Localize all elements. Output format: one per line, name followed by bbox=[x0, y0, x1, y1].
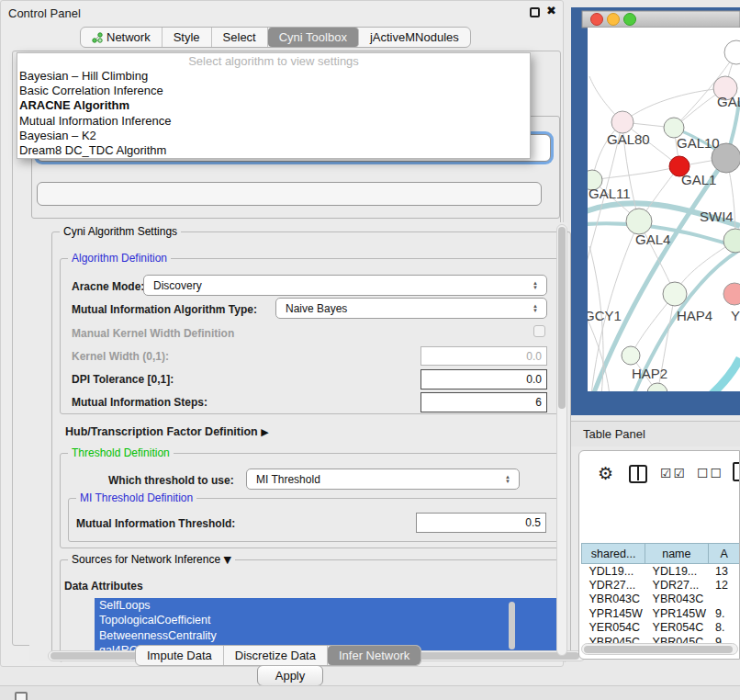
threshold-definition-legend: Threshold Definition bbox=[68, 446, 174, 459]
spinner-arrows-icon: ▲▼ bbox=[533, 304, 538, 313]
algorithm-option[interactable]: Bayesian – Hill Climbing bbox=[17, 69, 530, 84]
attribute-list-item[interactable]: BetweennessCentrality bbox=[95, 628, 563, 643]
table-horizontal-scrollbar[interactable] bbox=[581, 643, 738, 655]
node-label: HAP4 bbox=[677, 308, 712, 323]
mi-threshold-field[interactable]: 0.5 bbox=[416, 513, 546, 533]
node-label: GAL bbox=[717, 94, 740, 109]
apply-button[interactable]: Apply bbox=[257, 665, 323, 686]
which-threshold-combo[interactable]: MI Threshold ▲▼ bbox=[246, 469, 520, 490]
export-table-icon[interactable] bbox=[733, 462, 740, 481]
network-node-hap2[interactable] bbox=[622, 346, 640, 365]
table-cell[interactable]: 12 bbox=[708, 578, 740, 593]
spinner-arrows-icon: ▲▼ bbox=[505, 475, 510, 484]
table-row[interactable]: YDR27...YDR27...12 bbox=[582, 578, 740, 593]
which-threshold-value: MI Threshold bbox=[256, 473, 320, 486]
table-row[interactable]: YDL19...YDL19...13 bbox=[582, 564, 740, 579]
table-cell[interactable]: YPR145W bbox=[582, 606, 645, 621]
table-cell[interactable]: 9. bbox=[708, 606, 740, 621]
tab-jactivemnodules[interactable]: jActiveMNodules bbox=[359, 28, 470, 47]
settings-vscroll-thumb[interactable] bbox=[558, 227, 566, 409]
float-window-icon[interactable] bbox=[530, 7, 540, 17]
tab-cyni-toolbox[interactable]: Cyni Toolbox bbox=[268, 28, 359, 47]
traffic-light-buttons[interactable] bbox=[591, 14, 636, 26]
network-view-window[interactable]: GALGAL80GAL10GAL1GAL11GAL4SWI4GCY1HAP4YH… bbox=[571, 7, 740, 415]
node-table[interactable]: shared...nameA YDL19...YDL19...13YDR27..… bbox=[581, 543, 740, 644]
algorithm-dropdown-placeholder: Select algorithm to view settings bbox=[17, 53, 530, 69]
table-row[interactable]: YPR145WYPR145W9. bbox=[582, 606, 740, 621]
algorithm-option[interactable]: Dream8 DC_TDC Algorithm bbox=[17, 143, 530, 158]
node-label: GAL1 bbox=[681, 172, 716, 187]
tab-style[interactable]: Style bbox=[163, 28, 212, 47]
table-panel: ⚙ ☑☑ ☐☐ shared...nameA YDL19...YDL19...1… bbox=[578, 450, 740, 660]
network-node-gal4[interactable] bbox=[626, 209, 652, 234]
table-cell[interactable]: 13 bbox=[708, 564, 740, 579]
table-cell[interactable]: YER054C bbox=[645, 621, 708, 636]
table-row[interactable]: YER054CYER054C8. bbox=[582, 621, 740, 636]
network-selection-combo[interactable] bbox=[37, 182, 542, 206]
which-threshold-label: Which threshold to use: bbox=[108, 474, 234, 487]
mi-type-combo[interactable]: Naive Bayes ▲▼ bbox=[275, 298, 547, 319]
table-cell[interactable]: YDL19... bbox=[582, 564, 645, 579]
manual-kernel-label: Manual Kernel Width Definition bbox=[72, 327, 234, 340]
algorithm-definition-group: Algorithm Definition Aracne Mode: Discov… bbox=[60, 258, 566, 414]
network-node-hap4[interactable] bbox=[663, 282, 687, 306]
manual-kernel-checkbox[interactable] bbox=[533, 325, 545, 337]
tab-label: Select bbox=[223, 30, 256, 44]
data-attributes-label: Data Attributes bbox=[64, 580, 143, 593]
dpi-tolerance-field[interactable]: 0.0 bbox=[420, 369, 547, 390]
table-cell[interactable]: YBR043C bbox=[582, 593, 645, 607]
close-traffic-icon[interactable] bbox=[591, 14, 603, 26]
tab-infer-network[interactable]: Infer Network bbox=[328, 646, 420, 665]
network-window-titlebar[interactable] bbox=[582, 11, 740, 28]
zoom-traffic-icon[interactable] bbox=[624, 14, 636, 26]
columns-icon[interactable] bbox=[629, 465, 647, 483]
kernel-width-field[interactable]: 0.0 bbox=[420, 346, 547, 366]
table-header-row[interactable]: shared...nameA bbox=[582, 544, 740, 564]
table-row[interactable]: YBR043CYBR043C bbox=[582, 593, 740, 607]
select-all-icon[interactable]: ☑☑ bbox=[660, 466, 687, 480]
mi-steps-field[interactable]: 6 bbox=[420, 392, 547, 412]
tab-impute-data[interactable]: Impute Data bbox=[136, 646, 224, 665]
table-hscroll-thumb[interactable] bbox=[584, 646, 733, 653]
table-cell[interactable]: YDL19... bbox=[645, 564, 708, 579]
aracne-mode-combo[interactable]: Discovery ▲▼ bbox=[143, 275, 547, 296]
close-icon[interactable]: ✖ bbox=[546, 4, 556, 17]
table-column-header[interactable]: name bbox=[645, 544, 708, 564]
tab-select[interactable]: Select bbox=[212, 28, 268, 47]
network-node-gal80[interactable] bbox=[611, 111, 633, 133]
node-label: GAL80 bbox=[607, 131, 650, 147]
table-cell[interactable]: YDR27... bbox=[582, 578, 645, 593]
algorithm-option[interactable]: Bayesian – K2 bbox=[17, 129, 530, 143]
algorithm-option[interactable]: ARACNE Algorithm bbox=[17, 98, 530, 113]
table-column-header[interactable]: shared... bbox=[582, 544, 645, 564]
algorithm-option[interactable]: Basic Correlation Inference bbox=[17, 84, 530, 98]
gear-icon[interactable]: ⚙ bbox=[598, 463, 613, 483]
table-cell[interactable]: 8. bbox=[708, 621, 740, 636]
settings-vertical-scrollbar[interactable] bbox=[556, 224, 567, 656]
attributes-scrollbar-thumb[interactable] bbox=[509, 602, 515, 649]
table-cell[interactable]: YDR27... bbox=[645, 578, 708, 593]
threshold-definition-group: Threshold Definition Which threshold to … bbox=[60, 453, 566, 548]
attribute-list-item[interactable]: TopologicalCoefficient bbox=[95, 613, 563, 627]
cyni-settings-legend: Cyni Algorithm Settings bbox=[60, 225, 181, 238]
table-cell[interactable] bbox=[708, 593, 740, 607]
tab-network[interactable]: Network bbox=[81, 28, 163, 47]
tab-label: Discretize Data bbox=[235, 649, 316, 662]
sources-legend[interactable]: Sources for Network Inference ▼ bbox=[68, 553, 235, 566]
aracne-mode-value: Discovery bbox=[153, 279, 202, 292]
deselect-all-icon[interactable]: ☐☐ bbox=[697, 466, 723, 480]
table-cell[interactable]: YPR145W bbox=[645, 606, 708, 621]
hub-definition-toggle[interactable]: Hub/Transcription Factor Definition ▶ bbox=[65, 425, 269, 438]
table-viewport: shared...nameA YDL19...YDL19...13YDR27..… bbox=[579, 497, 740, 644]
tab-discretize-data[interactable]: Discretize Data bbox=[224, 646, 328, 665]
table-cell[interactable]: YER054C bbox=[582, 621, 645, 636]
minimized-panel-icon[interactable] bbox=[15, 692, 28, 700]
minimize-traffic-icon[interactable] bbox=[608, 14, 620, 26]
cyni-algorithm-settings-group: Cyni Algorithm Settings Algorithm Defini… bbox=[51, 231, 571, 656]
algorithm-option[interactable]: Mutual Information Inference bbox=[17, 114, 530, 129]
chevron-down-icon: ▼ bbox=[223, 554, 230, 566]
mi-threshold-legend: MI Threshold Definition bbox=[76, 491, 196, 504]
table-cell[interactable]: YBR043C bbox=[645, 593, 708, 607]
attribute-list-item[interactable]: SelfLoops bbox=[95, 598, 563, 613]
table-column-header[interactable]: A bbox=[708, 544, 740, 564]
